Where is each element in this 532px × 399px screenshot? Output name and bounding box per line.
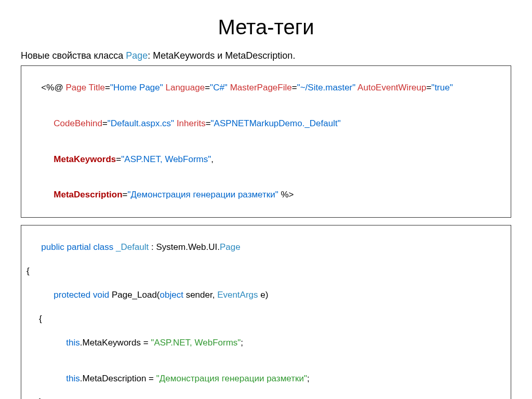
- t: =: [205, 83, 210, 92]
- subtitle-prefix: Новые свойства класса: [21, 50, 126, 61]
- t: {: [39, 314, 42, 324]
- t: protected: [54, 290, 90, 300]
- t: CodeBehind: [54, 118, 102, 128]
- subtitle-suffix: : MetaKeywords и MetaDescription.: [148, 50, 295, 61]
- t: "ASP.NET, WebForms": [121, 154, 211, 164]
- t: =: [116, 154, 121, 164]
- t: "C#": [210, 83, 228, 92]
- t: MetaKeywords: [54, 154, 116, 164]
- t: Page: [63, 83, 86, 92]
- t: "Home Page": [110, 83, 163, 92]
- t: e): [258, 290, 269, 300]
- t: =: [426, 83, 431, 92]
- t: =: [206, 118, 211, 128]
- t: sender,: [183, 290, 217, 300]
- t: .MetaDescription =: [80, 374, 156, 383]
- t: ;: [241, 338, 243, 348]
- code-box-aspx: <%@ Page Title="Home Page" Language="C#"…: [21, 65, 511, 218]
- t: partial: [64, 242, 91, 252]
- t: _Default: [113, 242, 149, 252]
- t: "ASP.NET, WebForms": [151, 338, 241, 348]
- t: "Демонстрация генерации разметки": [128, 190, 278, 200]
- t: EventArgs: [217, 290, 258, 300]
- t: class: [91, 242, 113, 252]
- t: <%@: [41, 83, 63, 92]
- t: =: [292, 83, 297, 92]
- t: object: [160, 290, 183, 300]
- t: "true": [431, 83, 453, 92]
- t: .MetaKeywords =: [80, 338, 151, 348]
- t: "ASPNETMarkupDemo._Default": [211, 118, 341, 128]
- t: Inherits: [174, 118, 205, 128]
- t: ,: [211, 154, 214, 164]
- t: =: [102, 118, 108, 128]
- t: MetaDescription: [54, 190, 122, 200]
- t: this: [66, 374, 79, 383]
- t: MasterPageFile: [228, 83, 292, 92]
- t: AutoEventWireup: [355, 83, 426, 92]
- code-box-csharp: public partial class _Default : System.W…: [21, 225, 511, 399]
- t: "~/Site.master": [297, 83, 356, 92]
- t: public: [41, 242, 64, 252]
- t: this: [66, 338, 79, 348]
- slide-title: Мета-теги: [21, 16, 511, 39]
- t: void: [90, 290, 109, 300]
- t: "Демонстрация генерации разметки": [156, 374, 307, 383]
- subtitle: Новые свойства класса Page: MetaKeywords…: [21, 50, 511, 61]
- t: %>: [278, 190, 294, 200]
- t: ;: [307, 374, 310, 383]
- t: "Default.aspx.cs": [108, 118, 174, 128]
- subtitle-page: Page: [126, 50, 148, 61]
- t: Page: [220, 242, 241, 252]
- t: }: [39, 397, 42, 399]
- t: =: [105, 83, 110, 92]
- t: Page_Load(: [109, 290, 159, 300]
- t: : System.Web.UI.: [149, 242, 220, 252]
- t: =: [123, 190, 128, 200]
- t: {: [26, 266, 30, 276]
- t: Language: [163, 83, 205, 92]
- t: Title: [86, 83, 105, 92]
